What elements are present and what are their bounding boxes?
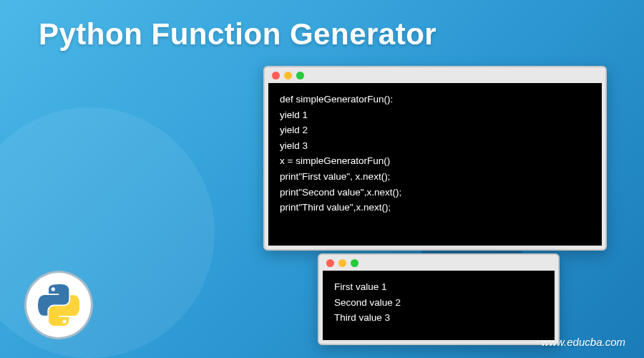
output-window: First value 1 Second value 2 Third value… [318,253,560,345]
site-url: www.educba.com [541,336,625,348]
code-content: def simpleGeneratorFun(): yield 1 yield … [268,83,602,246]
window-titlebar [265,67,605,83]
python-logo-icon [38,284,79,326]
page-title: Python Function Generator [39,17,436,52]
maximize-icon[interactable] [296,72,304,79]
minimize-icon[interactable] [338,259,346,267]
close-icon[interactable] [272,72,280,79]
python-logo-badge [24,271,93,339]
window-titlebar [319,255,558,271]
output-content: First value 1 Second value 2 Third value… [323,271,555,340]
minimize-icon[interactable] [284,72,292,79]
code-editor-window: def simpleGeneratorFun(): yield 1 yield … [263,66,607,251]
close-icon[interactable] [326,259,334,267]
maximize-icon[interactable] [351,259,358,267]
